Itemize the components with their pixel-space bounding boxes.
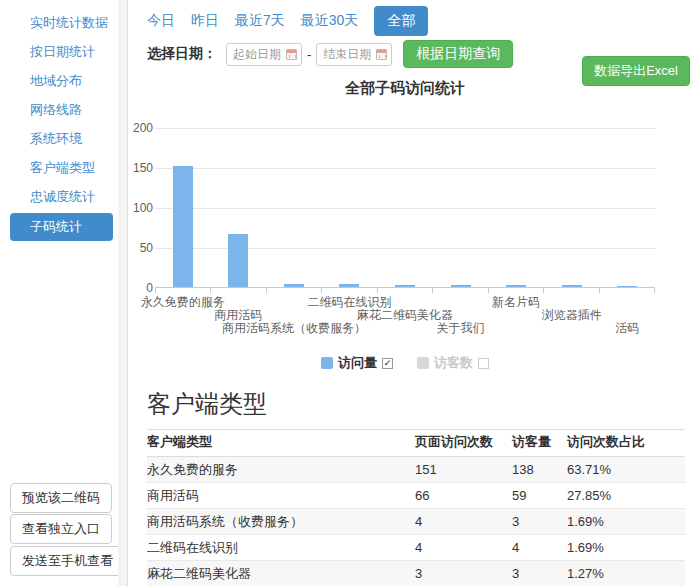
axis-tick xyxy=(433,288,488,293)
table-cell: 3 xyxy=(415,566,512,581)
calendar-icon[interactable] xyxy=(376,49,387,60)
sidebar-item-client-type[interactable]: 客户端类型 xyxy=(0,153,118,182)
bar-slot xyxy=(433,128,489,287)
legend-swatch-blue xyxy=(321,357,333,369)
legend-label-visitors: 访客数 xyxy=(434,354,473,372)
preview-qrcode-button[interactable]: 预览该二维码 xyxy=(10,483,112,513)
legend-label-visits: 访问量 xyxy=(338,354,377,372)
table-cell: 3 xyxy=(512,566,567,581)
table-cell: 4 xyxy=(512,540,567,555)
visits-checkbox-checked[interactable]: ✓ xyxy=(382,358,393,369)
x-category-label: 关于我们 xyxy=(437,320,485,337)
date-range-tabs: 今日 昨日 最近7天 最近30天 全部 xyxy=(147,6,428,36)
sidebar-item-loyalty[interactable]: 忠诚度统计 xyxy=(0,182,118,211)
end-date-field[interactable] xyxy=(316,43,392,66)
tab-yesterday[interactable]: 昨日 xyxy=(191,12,219,30)
table-cell: 二维码在线识别 xyxy=(147,539,415,557)
x-category-label: 永久免费的服务 xyxy=(141,294,225,311)
start-date-field[interactable] xyxy=(226,43,302,66)
axis-tick xyxy=(378,288,433,293)
legend-item-visits[interactable]: 访问量 ✓ xyxy=(321,354,393,372)
sidebar-item-network[interactable]: 网络线路 xyxy=(0,95,118,124)
bar-slot xyxy=(155,128,211,287)
client-type-section: 客户端类型 xyxy=(147,388,685,430)
bar-slot xyxy=(322,128,378,287)
table-cell: 1.27% xyxy=(567,566,685,581)
sidebar: 实时统计数据 按日期统计 地域分布 网络线路 系统环境 客户端类型 忠诚度统计 … xyxy=(0,0,118,586)
bar-商用活码 xyxy=(228,234,248,287)
legend-item-visitors[interactable]: 访客数 xyxy=(417,354,489,372)
query-by-date-button[interactable]: 根据日期查询 xyxy=(403,40,513,68)
y-tick-label: 150 xyxy=(129,161,153,175)
send-to-phone-button[interactable]: 发送至手机查看 xyxy=(10,546,125,576)
axis-tick xyxy=(600,288,655,293)
calendar-icon[interactable] xyxy=(286,49,297,60)
y-tick-label: 100 xyxy=(129,201,153,215)
tab-last-30-days[interactable]: 最近30天 xyxy=(301,12,359,30)
table-cell: 59 xyxy=(512,488,567,503)
bar-永久免费的服务 xyxy=(173,166,193,287)
bar-slot xyxy=(211,128,267,287)
tab-today[interactable]: 今日 xyxy=(147,12,175,30)
axis-tick xyxy=(322,288,377,293)
x-category-label: 新名片码 xyxy=(492,294,540,311)
chart-plot-area xyxy=(155,128,655,288)
header-visitors: 访客量 xyxy=(512,433,567,451)
header-client-type: 客户端类型 xyxy=(147,433,415,451)
table-row: 二维码在线识别441.69% xyxy=(147,535,685,561)
header-page-visits: 页面访问次数 xyxy=(415,433,512,451)
table-cell: 商用活码 xyxy=(147,487,415,505)
sidebar-item-subcode-active[interactable]: 子码统计 xyxy=(10,213,113,241)
tab-last-7-days[interactable]: 最近7天 xyxy=(235,12,285,30)
x-category-label: 浏览器插件 xyxy=(542,307,602,324)
y-tick-label: 0 xyxy=(129,281,153,295)
axis-tick xyxy=(211,288,266,293)
axis-tick xyxy=(489,288,544,293)
bar-slot xyxy=(488,128,544,287)
date-separator: - xyxy=(307,47,311,62)
sidebar-item-system[interactable]: 系统环境 xyxy=(0,124,118,153)
start-date-input[interactable] xyxy=(233,47,283,61)
table-cell: 4 xyxy=(415,540,512,555)
table-row: 商用活码系统（收费服务）431.69% xyxy=(147,509,685,535)
date-filter-label: 选择日期： xyxy=(147,45,217,63)
table-cell: 麻花二维码美化器 xyxy=(147,565,415,583)
table-cell: 4 xyxy=(415,514,512,529)
bar-slot xyxy=(544,128,600,287)
sidebar-item-realtime[interactable]: 实时统计数据 xyxy=(0,8,118,37)
section-title: 客户端类型 xyxy=(147,388,685,430)
x-category-label: 活码 xyxy=(615,320,639,337)
table-header-row: 客户端类型 页面访问次数 访客量 访问次数占比 xyxy=(147,427,685,457)
table-row: 商用活码665927.85% xyxy=(147,483,685,509)
bar-slot xyxy=(600,128,656,287)
page: 实时统计数据 按日期统计 地域分布 网络线路 系统环境 客户端类型 忠诚度统计 … xyxy=(0,0,700,586)
bar-slot xyxy=(266,128,322,287)
chart-bars xyxy=(155,128,655,287)
bar-商用活码系统（收费服务） xyxy=(284,284,304,287)
view-entry-button[interactable]: 查看独立入口 xyxy=(10,514,112,544)
axis-tick xyxy=(544,288,599,293)
tab-all-active[interactable]: 全部 xyxy=(374,6,428,36)
sidebar-divider xyxy=(118,0,128,586)
axis-tick xyxy=(267,288,322,293)
table-cell: 66 xyxy=(415,488,512,503)
table-row: 麻花二维码美化器331.27% xyxy=(147,561,685,586)
table-body: 永久免费的服务15113863.71%商用活码665927.85%商用活码系统（… xyxy=(147,457,685,586)
bar-浏览器插件 xyxy=(562,285,582,287)
sidebar-item-by-date[interactable]: 按日期统计 xyxy=(0,37,118,66)
main-content: 今日 昨日 最近7天 最近30天 全部 选择日期： - 根据日期查询 数据导出E… xyxy=(129,0,700,586)
header-visit-pct: 访问次数占比 xyxy=(567,433,685,451)
x-category-label: 商用活码系统（收费服务） xyxy=(222,320,366,337)
table-row: 永久免费的服务15113863.71% xyxy=(147,457,685,483)
chart-legend: 访问量 ✓ 访客数 xyxy=(155,354,655,372)
visitors-checkbox-unchecked[interactable] xyxy=(478,358,489,369)
end-date-input[interactable] xyxy=(323,47,373,61)
bar-关于我们 xyxy=(451,285,471,287)
sidebar-item-region[interactable]: 地域分布 xyxy=(0,66,118,95)
bar-新名片码 xyxy=(506,285,526,287)
axis-tick xyxy=(156,288,211,293)
bar-活码 xyxy=(617,286,637,287)
x-axis-ticks xyxy=(155,288,655,293)
table-cell: 商用活码系统（收费服务） xyxy=(147,513,415,531)
table-cell: 1.69% xyxy=(567,540,685,555)
